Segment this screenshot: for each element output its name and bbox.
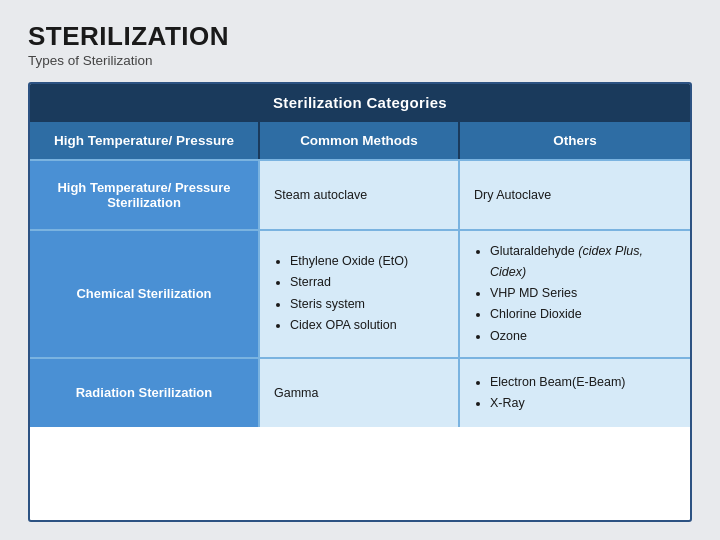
- list-item: Glutaraldehyde (cidex Plus, Cidex): [490, 241, 676, 284]
- row-content-radiation-others: Electron Beam(E-Beam) X-Ray: [460, 359, 690, 427]
- list-item: Ethylene Oxide (EtO): [290, 251, 408, 272]
- row-label-high-temp: High Temperature/ Pressure Sterilization: [30, 161, 260, 229]
- row-label-radiation: Radiation Sterilization: [30, 359, 260, 427]
- row-content-chemical-methods: Ethylene Oxide (EtO) Sterrad Steris syst…: [260, 231, 460, 357]
- title-section: STERILIZATION Types of Sterilization: [28, 22, 692, 68]
- table-row-1: High Temperature/ Pressure Sterilization…: [30, 159, 690, 229]
- radiation-others-list: Electron Beam(E-Beam) X-Ray: [474, 372, 625, 415]
- row-content-gamma: Gamma: [260, 359, 460, 427]
- table-row-2: Chemical Sterilization Ethylene Oxide (E…: [30, 229, 690, 357]
- row-content-dry: Dry Autoclave: [460, 161, 690, 229]
- row-content-steam: Steam autoclave: [260, 161, 460, 229]
- subtitle: Types of Sterilization: [28, 53, 692, 68]
- list-item: X-Ray: [490, 393, 625, 414]
- col-header-temp: High Temperature/ Pressure: [30, 122, 260, 159]
- list-item: Steris system: [290, 294, 408, 315]
- page: STERILIZATION Types of Sterilization Ste…: [0, 0, 720, 540]
- table-header: Sterilization Categories: [30, 84, 690, 122]
- chemical-others-list: Glutaraldehyde (cidex Plus, Cidex) VHP M…: [474, 241, 676, 347]
- col-header-methods: Common Methods: [260, 122, 460, 159]
- list-item: Electron Beam(E-Beam): [490, 372, 625, 393]
- table-header-title: Sterilization Categories: [273, 94, 447, 111]
- sterilization-table: Sterilization Categories High Temperatur…: [28, 82, 692, 522]
- row-content-chemical-others: Glutaraldehyde (cidex Plus, Cidex) VHP M…: [460, 231, 690, 357]
- chemical-methods-list: Ethylene Oxide (EtO) Sterrad Steris syst…: [274, 251, 408, 336]
- column-headers: High Temperature/ Pressure Common Method…: [30, 122, 690, 159]
- list-item: Chlorine Dioxide: [490, 304, 676, 325]
- row-label-chemical: Chemical Sterilization: [30, 231, 260, 357]
- list-item: Cidex OPA solution: [290, 315, 408, 336]
- col-header-others: Others: [460, 122, 690, 159]
- list-item: Sterrad: [290, 272, 408, 293]
- table-row-3: Radiation Sterilization Gamma Electron B…: [30, 357, 690, 427]
- list-item: VHP MD Series: [490, 283, 676, 304]
- main-title: STERILIZATION: [28, 22, 692, 51]
- list-item: Ozone: [490, 326, 676, 347]
